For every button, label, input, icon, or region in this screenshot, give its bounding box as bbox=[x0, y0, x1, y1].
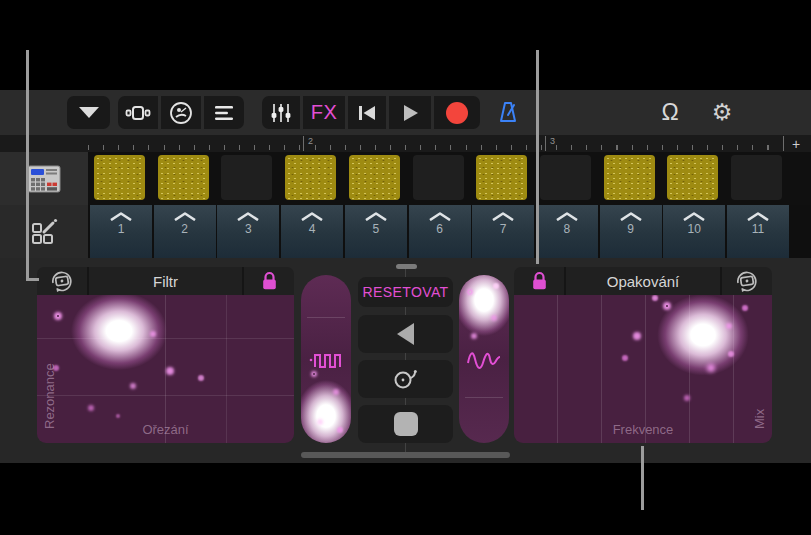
remix-fx-panel: Filtr Rezonance Ořezání bbox=[0, 258, 811, 463]
gater-slider[interactable] bbox=[301, 275, 351, 443]
left-fx-lock-button[interactable] bbox=[244, 267, 294, 295]
track-header[interactable] bbox=[0, 152, 88, 205]
column-number: 2 bbox=[181, 222, 188, 236]
swap-effect-icon bbox=[732, 269, 762, 293]
chevron-up-icon bbox=[300, 212, 324, 221]
column-number: 10 bbox=[688, 222, 701, 236]
left-fx-swap-button[interactable] bbox=[37, 267, 87, 295]
column-trigger[interactable]: 1 bbox=[90, 205, 152, 258]
column-trigger[interactable]: 9 bbox=[600, 205, 662, 258]
column-trigger[interactable]: 10 bbox=[663, 205, 725, 258]
drummer-icon bbox=[169, 101, 193, 125]
tracks-list-icon bbox=[212, 101, 236, 125]
gate-wave-icon bbox=[308, 347, 346, 373]
loop-cell-filled[interactable] bbox=[94, 155, 145, 200]
swap-effect-icon bbox=[47, 269, 77, 293]
record-button[interactable] bbox=[434, 96, 480, 129]
settings-button[interactable]: ⚙ bbox=[702, 96, 742, 129]
callout-line-left-elbow bbox=[26, 278, 39, 281]
column-number: 4 bbox=[309, 222, 316, 236]
loop-cell-filled[interactable] bbox=[349, 155, 400, 200]
vinyl-record-icon bbox=[392, 366, 420, 392]
right-fx-title: Opakování bbox=[566, 267, 720, 295]
column-trigger[interactable]: 3 bbox=[217, 205, 279, 258]
reverse-icon bbox=[397, 323, 414, 345]
gear-icon: ⚙ bbox=[712, 101, 733, 124]
play-button[interactable] bbox=[389, 96, 431, 129]
callout-line-left bbox=[26, 50, 29, 281]
filter-xy-pad[interactable]: Rezonance Ořezání bbox=[37, 295, 294, 443]
column-trigger[interactable]: 11 bbox=[727, 205, 789, 258]
chevron-up-icon bbox=[428, 212, 452, 221]
column-number: 9 bbox=[627, 222, 634, 236]
column-trigger[interactable]: 8 bbox=[536, 205, 598, 258]
loop-cell-filled[interactable] bbox=[285, 155, 336, 200]
particles bbox=[313, 373, 315, 375]
loop-cell-empty[interactable] bbox=[731, 155, 782, 200]
rewind-icon bbox=[356, 103, 378, 123]
reverse-button[interactable] bbox=[358, 315, 453, 353]
loop-cell-empty[interactable] bbox=[413, 155, 464, 200]
remix-fx-button[interactable]: FX bbox=[303, 96, 345, 129]
callout-line-bottom bbox=[641, 446, 644, 510]
right-fx-header: Opakování bbox=[514, 267, 772, 295]
rewind-button[interactable] bbox=[348, 96, 386, 129]
edit-cells-button[interactable] bbox=[0, 205, 88, 258]
right-fx-title-label: Opakování bbox=[607, 273, 680, 290]
column-trigger[interactable]: 2 bbox=[154, 205, 216, 258]
right-fx-swap-button[interactable] bbox=[722, 267, 772, 295]
metronome-button[interactable] bbox=[485, 96, 531, 129]
loop-cell-empty[interactable] bbox=[221, 155, 272, 200]
left-fx-title-label: Filtr bbox=[153, 273, 178, 290]
stop-button[interactable] bbox=[358, 405, 453, 443]
chevron-up-icon bbox=[682, 212, 706, 221]
chevron-up-icon bbox=[491, 212, 515, 221]
column-number: 11 bbox=[752, 222, 764, 236]
column-number: 7 bbox=[500, 222, 507, 236]
tracks-view-button[interactable] bbox=[204, 96, 244, 129]
wobble-slider[interactable] bbox=[459, 275, 509, 443]
loop-browser-button[interactable]: Ω bbox=[650, 96, 690, 129]
grid-line bbox=[465, 397, 503, 398]
chevron-up-icon bbox=[746, 212, 770, 221]
bar-number: 3 bbox=[550, 136, 555, 146]
column-trigger[interactable]: 4 bbox=[281, 205, 343, 258]
bar-tick bbox=[545, 136, 546, 151]
live-loops-view-button[interactable] bbox=[118, 96, 158, 129]
particles bbox=[57, 315, 59, 317]
column-trigger[interactable]: 6 bbox=[409, 205, 471, 258]
x-axis-label: Ořezání bbox=[37, 422, 294, 437]
left-fx-header: Filtr bbox=[37, 267, 294, 295]
column-trigger[interactable]: 7 bbox=[472, 205, 534, 258]
loop-cell-filled[interactable] bbox=[604, 155, 655, 200]
loop-cell-filled[interactable] bbox=[476, 155, 527, 200]
add-bars-button[interactable]: + bbox=[785, 135, 807, 152]
hide-controls-button[interactable] bbox=[67, 96, 110, 129]
column-trigger[interactable]: 5 bbox=[345, 205, 407, 258]
stop-icon bbox=[394, 412, 418, 436]
touch-glow bbox=[55, 295, 183, 383]
fx-panel-scroll-indicator[interactable] bbox=[301, 452, 510, 458]
reset-button[interactable]: RESETOVAT bbox=[358, 277, 453, 307]
track-icons-button[interactable] bbox=[161, 96, 201, 129]
track-controls-button[interactable] bbox=[262, 96, 300, 129]
loop-cell-empty[interactable] bbox=[540, 155, 591, 200]
ruler-ticks bbox=[88, 145, 781, 150]
control-bar: FX Ω bbox=[0, 90, 811, 135]
touch-glow bbox=[459, 275, 509, 345]
loop-cell-filled[interactable] bbox=[158, 155, 209, 200]
chevron-up-icon bbox=[236, 212, 260, 221]
loop-cell-filled[interactable] bbox=[667, 155, 718, 200]
repeater-xy-pad[interactable]: Mix Frekvence bbox=[514, 295, 772, 443]
right-fx-lock-button[interactable] bbox=[514, 267, 564, 295]
drum-machine-icon bbox=[25, 160, 63, 198]
particles bbox=[469, 291, 471, 293]
scratch-button[interactable] bbox=[358, 360, 453, 398]
bar-tick bbox=[303, 136, 304, 151]
wobble-wave-icon bbox=[466, 345, 502, 375]
column-number: 6 bbox=[436, 222, 443, 236]
column-number: 1 bbox=[118, 222, 125, 236]
timeline-ruler[interactable]: 2 3 + bbox=[0, 135, 811, 152]
lock-icon bbox=[530, 271, 549, 291]
y-axis-label: Mix bbox=[752, 295, 767, 429]
